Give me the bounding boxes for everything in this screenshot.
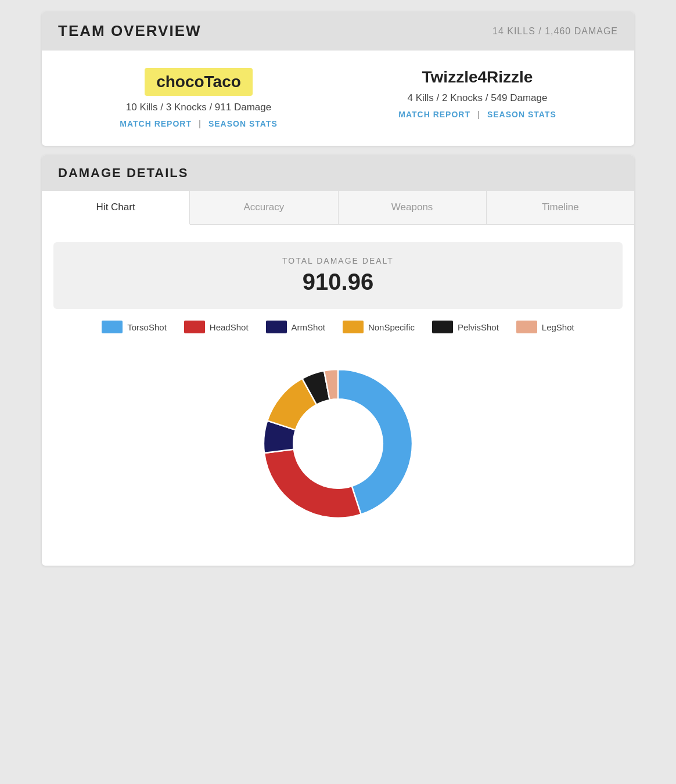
player-links-1: MATCH REPORT | SEASON STATS <box>120 119 277 128</box>
legend-color-armshot <box>266 321 287 333</box>
legend-item: NonSpecific <box>343 321 415 333</box>
damage-details-header: DAMAGE DETAILS <box>42 155 634 191</box>
total-damage-value: 910.96 <box>77 269 599 295</box>
legend-color-pelvisshot <box>432 321 453 333</box>
legend-label-nonspecific: NonSpecific <box>368 322 415 332</box>
player-season-stats-link-1[interactable]: SEASON STATS <box>208 119 278 128</box>
legend-item: HeadShot <box>184 321 249 333</box>
team-overview-stats: 14 KILLS / 1,460 DAMAGE <box>492 26 618 37</box>
total-damage-box: TOTAL DAMAGE DEALT 910.96 <box>53 242 623 309</box>
legend-color-headshot <box>184 321 205 333</box>
team-overview-header: TEAM OVERVIEW 14 KILLS / 1,460 DAMAGE <box>42 12 634 51</box>
player-name-plain: Twizzle4Rizzle <box>422 68 533 87</box>
player-links-2: MATCH REPORT | SEASON STATS <box>398 110 556 119</box>
player-match-report-link-1[interactable]: MATCH REPORT <box>120 119 192 128</box>
player-name-badge: chocoTaco <box>145 68 253 96</box>
legend-color-nonspecific <box>343 321 364 333</box>
player-stats-1: 10 Kills / 3 Knocks / 911 Damage <box>126 102 271 113</box>
player-season-stats-link-2[interactable]: SEASON STATS <box>487 110 556 119</box>
team-overview-title: TEAM OVERVIEW <box>58 22 202 40</box>
team-players: chocoTaco 10 Kills / 3 Knocks / 911 Dama… <box>42 51 634 146</box>
team-overview-card: TEAM OVERVIEW 14 KILLS / 1,460 DAMAGE ch… <box>42 12 634 146</box>
donut-chart <box>245 351 431 537</box>
hit-chart-content: TOTAL DAMAGE DEALT 910.96 TorsoShotHeadS… <box>42 225 634 566</box>
legend-label-armshot: ArmShot <box>292 322 325 332</box>
legend-color-torsoshot <box>102 321 123 333</box>
legend-item: PelvisShot <box>432 321 499 333</box>
legend-label-torsoshot: TorsoShot <box>127 322 167 332</box>
main-container: TEAM OVERVIEW 14 KILLS / 1,460 DAMAGE ch… <box>42 12 634 566</box>
legend-color-legshot <box>516 321 537 333</box>
player-link-divider-2: | <box>477 110 480 119</box>
legend-item: TorsoShot <box>102 321 167 333</box>
tab-weapons[interactable]: Weapons <box>339 191 487 224</box>
hit-chart-legend: TorsoShotHeadShotArmShotNonSpecificPelvi… <box>90 321 585 333</box>
tab-timeline[interactable]: Timeline <box>487 191 634 224</box>
player-match-report-link-2[interactable]: MATCH REPORT <box>398 110 470 119</box>
damage-details-card: DAMAGE DETAILS Hit Chart Accuracy Weapon… <box>42 155 634 566</box>
tabs-container: Hit Chart Accuracy Weapons Timeline <box>42 191 634 225</box>
donut-segment-headshot <box>264 449 361 518</box>
damage-details-title: DAMAGE DETAILS <box>58 166 188 180</box>
legend-label-legshot: LegShot <box>542 322 574 332</box>
total-damage-label: TOTAL DAMAGE DEALT <box>77 256 599 265</box>
player-stats-2: 4 Kills / 2 Knocks / 549 Damage <box>408 92 548 104</box>
tab-accuracy[interactable]: Accuracy <box>190 191 338 224</box>
legend-label-pelvisshot: PelvisShot <box>458 322 499 332</box>
tab-hit-chart[interactable]: Hit Chart <box>42 191 190 225</box>
player-section-1: chocoTaco 10 Kills / 3 Knocks / 911 Dama… <box>65 68 332 128</box>
legend-item: LegShot <box>516 321 574 333</box>
player-section-2: Twizzle4Rizzle 4 Kills / 2 Knocks / 549 … <box>344 68 611 128</box>
legend-label-headshot: HeadShot <box>210 322 249 332</box>
player-link-divider-1: | <box>199 119 202 128</box>
legend-item: ArmShot <box>266 321 325 333</box>
